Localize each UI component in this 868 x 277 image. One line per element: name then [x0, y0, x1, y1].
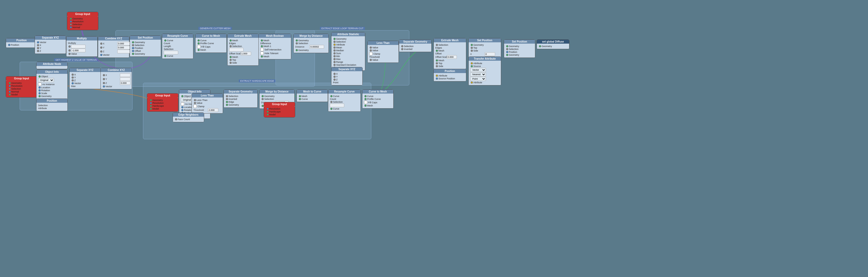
node-group-input3[interactable]: Group Input Resolution Hardscape Model	[264, 102, 295, 117]
em2-offset-scal-input[interactable]	[447, 55, 457, 59]
node-separate-geometry1[interactable]: Separate Geometry Selection Inverted	[399, 39, 432, 52]
node-separate-xyz1[interactable]: Separate XYZ Vector X Y Z	[35, 35, 66, 54]
node-group-input-main[interactable]: Group Input Geometry Resolution Selectio…	[6, 76, 37, 98]
em1-offset-scal-input[interactable]	[241, 52, 251, 55]
socket-em2-mesh	[436, 50, 438, 52]
node-group-input-main-header: Group Input	[6, 77, 37, 80]
checkbox-ctm2-fillcaps-input[interactable]	[364, 101, 367, 104]
row-lt2-val1: Less Than	[193, 99, 221, 102]
node-position3[interactable]: Position Selection Attribute	[36, 99, 68, 111]
node-object-info1[interactable]: Object Info Object Original Relative As …	[36, 70, 68, 99]
checkbox-oi1-asinstance[interactable]: As Instance	[38, 83, 55, 86]
node-set-position3[interactable]: Set Position Geometry Selection Position…	[504, 39, 535, 58]
socket-gi2-geo	[150, 99, 152, 101]
node-extrude-mesh2[interactable]: Extrude Mesh Selection Edges Mesh Offset…	[433, 38, 466, 69]
cx2-x-input[interactable]	[120, 73, 130, 77]
node-separate-geometry2[interactable]: Separate Geometry Selection Inverted Edg…	[223, 89, 258, 108]
node-less-than1[interactable]: Less Than Value Value Clamp Threshold Va…	[367, 41, 399, 63]
node-resample-curve2-body: Curve Count Selection Curve	[328, 93, 361, 111]
socket-xyz3-z	[72, 79, 74, 81]
node-position2[interactable]: Position Attribute Source Position	[433, 69, 466, 81]
multiply-val1-input[interactable]	[71, 45, 86, 48]
checkbox-fillcaps1[interactable]: Fill Caps	[197, 45, 211, 48]
row-normal: Normal	[69, 26, 96, 29]
row-em2-selection: Selection	[435, 44, 464, 46]
socket-val2	[68, 49, 70, 52]
socket-sg2-geo	[226, 104, 228, 106]
node-set-position1[interactable]: Set Position Geometry Selection Position…	[130, 35, 161, 57]
mbd1-distance-input[interactable]	[310, 45, 324, 49]
checkbox-hole-tolerant-input[interactable]	[260, 52, 264, 55]
row-x-out: X	[36, 44, 64, 47]
checkbox-hole-tolerant[interactable]: Hole Tolerant	[260, 52, 278, 55]
node-group-input-top[interactable]: Group Input Geometry Resolution Selectio…	[67, 12, 98, 30]
node-geo-output[interactable]: set global Diffuse Geometry	[536, 39, 569, 49]
checkbox-oi1-asinstance-input[interactable]	[38, 83, 41, 86]
oi1-mode-dropdown[interactable]: Original Relative	[38, 78, 54, 82]
socket-normal	[70, 26, 72, 28]
row-mbd1-selection: Selection	[295, 42, 327, 45]
row-xyz3-vector: Vector	[71, 82, 99, 85]
node-resample-curve[interactable]: Resample Curve Curve Count Length Select…	[162, 34, 193, 59]
node-combine-xyz2[interactable]: Combine XYZ X Y Z Vector	[100, 68, 132, 89]
node-attribute1[interactable]: Attribute Node	[36, 62, 68, 69]
node-mesh-boolean[interactable]: Mesh Boolean Mesh Difference Mesh 1 Self…	[258, 34, 291, 59]
cx2-y-input[interactable]	[120, 77, 130, 81]
checkbox-lt2-clamp-input[interactable]	[193, 105, 197, 108]
node-position1[interactable]: Position Position	[6, 38, 37, 48]
row-sp1-offset: Offset	[131, 50, 159, 52]
ta-point-dropdown[interactable]: Point	[470, 77, 486, 81]
socket-xyz3-x	[72, 74, 74, 76]
node-separate-xyz3[interactable]: Separate XYZ X Y Z Vector Max	[69, 68, 101, 89]
checkbox-self-intersect[interactable]: Self Intersection	[260, 48, 282, 51]
node-multiply[interactable]: Multiply Multiply Value	[66, 36, 98, 57]
socket-sg2-inv	[226, 98, 228, 100]
node-group-input-top-body: Geometry Resolution Selection Normal	[67, 16, 98, 30]
row-em1-offset	[229, 48, 257, 52]
checkbox-self-intersect-input[interactable]	[260, 48, 264, 51]
node-editor-canvas: GET HIGHEST Z VALUE OF TERRAIN GENERATE …	[0, 0, 868, 277]
node-geo-output-header: set global Diffuse	[537, 40, 569, 44]
row-mbd1-geometry: Geometry	[295, 39, 327, 42]
rc2-count-input[interactable]	[330, 104, 344, 107]
row-em1-edges: Edges	[229, 42, 257, 45]
row-go-geometry: Geometry	[538, 45, 567, 48]
node-curve-to-mesh2[interactable]: Curve to Mesh Curve Profile Curve Fill C…	[362, 89, 394, 109]
node-transfer-attribute[interactable]: Transfer Attribute Attribute Source Vect…	[468, 56, 501, 85]
ta-vector-dropdown[interactable]: Vector	[470, 68, 486, 72]
rc-count-input[interactable]	[164, 51, 178, 54]
node-curve-to-mesh1[interactable]: Curve to Mesh Curve Profile Curve Fill C…	[195, 34, 227, 53]
em1-offset-input[interactable]	[229, 48, 244, 52]
checkbox-lt1-clamp-input[interactable]	[369, 52, 373, 55]
cx2-z-input[interactable]	[120, 81, 130, 85]
node-combine-xyz1[interactable]: Combine XYZ X Y Z Vector	[98, 36, 129, 58]
node-resample-curve2[interactable]: Resample Curve Curve Count Selection Cur…	[328, 89, 361, 112]
checkbox-lt2-clamp[interactable]: Clamp	[193, 105, 205, 108]
node-merge-by-distance1[interactable]: Merge by Distance Geometry Selection Dis…	[293, 34, 329, 53]
row-p2-attribute: Attribute	[435, 74, 464, 77]
row-value2	[68, 49, 96, 52]
socket-sg1-sel	[401, 45, 403, 47]
multiply-val2-input[interactable]	[71, 49, 86, 52]
checkbox-lt1-clamp[interactable]: Clamp	[369, 52, 380, 55]
lt2-threshold-input[interactable]	[208, 108, 218, 112]
ta-nearest-dropdown[interactable]: Nearest	[470, 72, 486, 77]
node-extrude-mesh1[interactable]: Extrude Mesh Mesh Edges Selection Offset…	[227, 34, 259, 66]
node-position1-body: Position	[6, 42, 37, 48]
node-group-input2[interactable]: Group Input Geometry Resolution Hardscap…	[147, 93, 179, 112]
socket-ta-attr-out	[471, 81, 473, 84]
node-separate-xyz2[interactable]: Separate XYZ X Y Z Point	[331, 67, 363, 85]
checkbox-oi2-asinstance-input[interactable]	[181, 102, 184, 106]
checkbox-fillcaps1-input[interactable]	[197, 45, 200, 48]
row-gim-sel: Selection	[8, 87, 35, 90]
sp2-x-input[interactable]	[485, 52, 495, 56]
socket-selection	[70, 23, 72, 26]
node-attribute-statistic[interactable]: Attribute Statistic Geometry Selection A…	[331, 32, 365, 71]
node-mesh-to-curve[interactable]: Mesh to Curve Mesh Curve	[297, 89, 328, 102]
socket-xyz2-z	[334, 79, 336, 81]
node-edge-neighbors[interactable]: Edge Neighbors Face Count	[173, 112, 204, 122]
row-oi1-geo-out: Geometry	[38, 95, 66, 98]
node-less-than2[interactable]: Less Than Less Than Value Clamp Threshol…	[191, 93, 223, 114]
row-as-range: Range	[333, 61, 364, 63]
checkbox-ctm2-fillcaps[interactable]: Fill Caps	[364, 101, 377, 104]
